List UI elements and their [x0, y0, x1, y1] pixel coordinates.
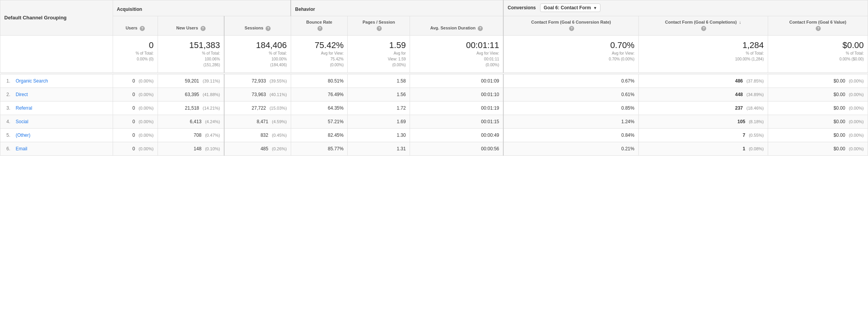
- completions-value: 1: [743, 146, 745, 151]
- totals-row: 0 % of Total:0.00% (0) 151,383 % of Tota…: [0, 35, 868, 72]
- cell-conversion-rate: 0.67%: [503, 74, 638, 88]
- cell-new-users: 148 (0.10%): [158, 142, 224, 156]
- cell-pages-session: 1.31: [348, 142, 410, 156]
- users-pct: (0.00%): [139, 79, 154, 83]
- completions-value: 7: [743, 132, 745, 138]
- channel-link[interactable]: (Other): [16, 132, 31, 138]
- bounce-rate-question-icon[interactable]: ?: [317, 26, 322, 31]
- channel-link[interactable]: Social: [16, 119, 29, 124]
- avg-session-question-icon[interactable]: ?: [478, 26, 483, 31]
- cell-pages-session: 1.30: [348, 129, 410, 142]
- totals-avg-session: 00:01:11 Avg for View:00:01:11(0.00%): [410, 35, 504, 72]
- completions-question-icon[interactable]: ?: [701, 26, 706, 31]
- cell-avg-session: 00:01:10: [410, 88, 504, 102]
- cell-sessions: 27,722 (15.03%): [224, 102, 291, 115]
- channel-name[interactable]: Direct: [12, 88, 113, 102]
- cell-avg-session: 00:00:49: [410, 129, 504, 142]
- channel-link[interactable]: Email: [16, 146, 27, 151]
- cell-new-users: 708 (0.47%): [158, 129, 224, 142]
- cell-conversion-rate: 0.85%: [503, 102, 638, 115]
- table-row: 4. Social 0 (0.00%) 6,413 (4.24%) 8,471 …: [0, 115, 868, 129]
- channel-name[interactable]: Organic Search: [12, 74, 113, 88]
- sessions-pct: (15.03%): [269, 106, 287, 110]
- cell-users: 0 (0.00%): [113, 129, 158, 142]
- cell-goal-value: $0.00 (0.00%): [768, 142, 868, 156]
- channel-grouping-header: Default Channel Grouping: [0, 0, 113, 36]
- totals-channel-cell: [0, 35, 113, 72]
- cell-sessions: 8,471 (4.59%): [224, 115, 291, 129]
- behavior-group-header: Behavior: [291, 0, 503, 16]
- cell-conversion-rate: 1.24%: [503, 115, 638, 129]
- sessions-question-icon[interactable]: ?: [266, 26, 271, 31]
- cell-bounce-rate: 57.21%: [291, 115, 348, 129]
- cell-avg-session: 00:01:15: [410, 115, 504, 129]
- channel-link[interactable]: Direct: [16, 92, 28, 97]
- cell-users: 0 (0.00%): [113, 102, 158, 115]
- new-users-pct: (39.11%): [203, 79, 220, 83]
- cell-goal-value: $0.00 (0.00%): [768, 74, 868, 88]
- totals-completions: 1,284 % of Total:100.00% (1,284): [638, 35, 768, 72]
- cell-sessions: 73,963 (40.11%): [224, 88, 291, 102]
- completions-value: 486: [735, 78, 743, 84]
- goal-value-pct: (0.00%): [849, 133, 864, 138]
- goal-dropdown[interactable]: Goal 6: Contact Form ▼: [540, 3, 600, 12]
- completions-value: 237: [735, 105, 743, 111]
- col-header-sessions: Sessions ?: [224, 16, 291, 36]
- cell-goal-value: $0.00 (0.00%): [768, 115, 868, 129]
- cell-bounce-rate: 80.51%: [291, 74, 348, 88]
- chevron-down-icon: ▼: [593, 6, 597, 10]
- pages-session-question-icon[interactable]: ?: [377, 26, 382, 31]
- users-question-icon[interactable]: ?: [140, 26, 145, 31]
- totals-new-users: 151,383 % of Total:100.06%(151,286): [158, 35, 224, 72]
- cell-new-users: 6,413 (4.24%): [158, 115, 224, 129]
- channel-name[interactable]: (Other): [12, 129, 113, 142]
- cell-avg-session: 00:01:09: [410, 74, 504, 88]
- channel-name[interactable]: Social: [12, 115, 113, 129]
- goal-value-question-icon[interactable]: ?: [816, 26, 821, 31]
- new-users-pct: (0.10%): [205, 146, 220, 151]
- channel-link[interactable]: Organic Search: [16, 78, 48, 84]
- col-header-avg-session: Avg. Session Duration ?: [410, 16, 504, 36]
- cell-bounce-rate: 64.35%: [291, 102, 348, 115]
- cell-conversion-rate: 0.21%: [503, 142, 638, 156]
- column-header-row: Users ? New Users ? Sessions ? Bounce Ra…: [0, 16, 868, 36]
- completions-pct: (0.55%): [749, 133, 764, 138]
- table-row: 6. Email 0 (0.00%) 148 (0.10%) 485 (0.26…: [0, 142, 868, 156]
- totals-conversion-rate: 0.70% Avg for View:0.70% (0.00%): [503, 35, 638, 72]
- goal-value-pct: (0.00%): [849, 146, 864, 151]
- new-users-question-icon[interactable]: ?: [201, 26, 206, 31]
- totals-users: 0 % of Total:0.00% (0): [113, 35, 158, 72]
- goal-value-pct: (0.00%): [849, 106, 864, 110]
- cell-completions: 105 (8.18%): [638, 115, 768, 129]
- new-users-pct: (0.47%): [205, 133, 220, 138]
- row-index: 6.: [0, 142, 12, 156]
- table-row: 5. (Other) 0 (0.00%) 708 (0.47%) 832 (0.…: [0, 129, 868, 142]
- channel-link[interactable]: Referral: [16, 105, 33, 111]
- cell-completions: 237 (18.46%): [638, 102, 768, 115]
- totals-sessions: 184,406 % of Total:100.00%(184,406): [224, 35, 291, 72]
- sort-down-icon: ↓: [739, 19, 741, 25]
- completions-pct: (37.85%): [746, 79, 764, 83]
- cell-pages-session: 1.56: [348, 88, 410, 102]
- sessions-pct: (0.26%): [272, 146, 287, 151]
- completions-pct: (8.18%): [749, 119, 764, 124]
- new-users-pct: (4.24%): [205, 119, 220, 124]
- col-header-goal-value: Contact Form (Goal 6 Value) ?: [768, 16, 868, 36]
- goal-value-pct: (0.00%): [849, 79, 864, 83]
- cell-goal-value: $0.00 (0.00%): [768, 88, 868, 102]
- sessions-pct: (0.45%): [272, 133, 287, 138]
- table-row: 3. Referral 0 (0.00%) 21,518 (14.21%) 27…: [0, 102, 868, 115]
- cell-new-users: 63,395 (41.88%): [158, 88, 224, 102]
- cell-completions: 1 (0.08%): [638, 142, 768, 156]
- col-header-new-users: New Users ?: [158, 16, 224, 36]
- page-title: Default Channel Grouping: [4, 15, 67, 21]
- cell-sessions: 72,933 (39.55%): [224, 74, 291, 88]
- sessions-pct: (4.59%): [272, 119, 287, 124]
- completions-value: 105: [738, 119, 745, 124]
- channel-name[interactable]: Referral: [12, 102, 113, 115]
- conversion-rate-question-icon[interactable]: ?: [569, 26, 574, 31]
- channel-name[interactable]: Email: [12, 142, 113, 156]
- cell-bounce-rate: 82.45%: [291, 129, 348, 142]
- cell-pages-session: 1.58: [348, 74, 410, 88]
- completions-pct: (0.08%): [749, 146, 764, 151]
